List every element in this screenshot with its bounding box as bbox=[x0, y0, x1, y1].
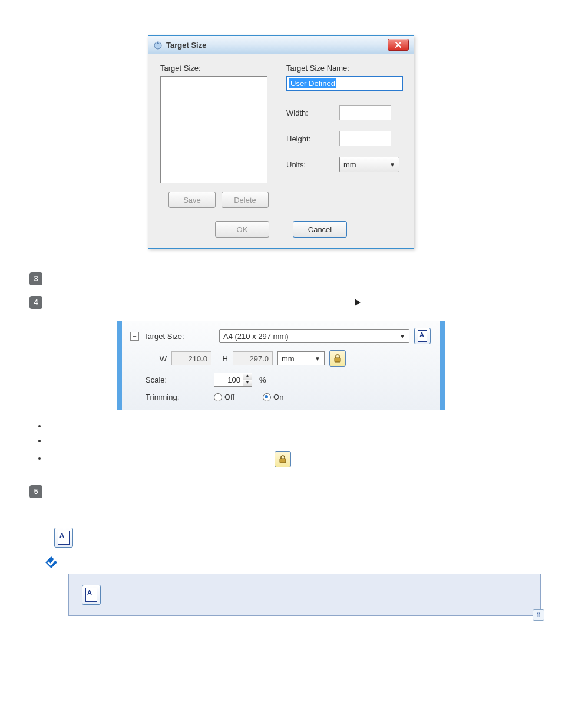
close-button[interactable] bbox=[388, 39, 409, 51]
scale-unit: % bbox=[259, 375, 266, 384]
units-label: Units: bbox=[286, 160, 333, 169]
width-readonly: 210.0 bbox=[171, 351, 211, 365]
svg-rect-1 bbox=[335, 358, 340, 362]
target-size-combo-value: A4 (210 x 297 mm) bbox=[223, 332, 289, 341]
step-badge-5: 5 bbox=[29, 485, 42, 498]
scale-spinner[interactable]: 100 ▲ ▼ bbox=[214, 373, 252, 387]
target-size-list-label: Target Size: bbox=[160, 64, 269, 73]
back-to-top-button[interactable]: ⇧ bbox=[533, 609, 544, 621]
height-readonly: 297.0 bbox=[233, 351, 273, 365]
list-item bbox=[47, 421, 533, 430]
orientation-icon-note bbox=[82, 585, 101, 605]
panel-units-value: mm bbox=[282, 354, 295, 363]
panel-units-combo[interactable]: mm ▼ bbox=[277, 351, 325, 365]
dialog-titlebar: Target Size bbox=[148, 36, 414, 54]
units-value: mm bbox=[343, 160, 356, 169]
play-triangle-icon bbox=[355, 299, 361, 306]
close-icon bbox=[395, 42, 402, 48]
target-size-dialog: Target Size Target Size: Save Delete bbox=[148, 35, 414, 249]
dialog-title: Target Size bbox=[166, 41, 206, 50]
chevron-down-icon: ▼ bbox=[389, 162, 395, 168]
width-input[interactable] bbox=[339, 105, 391, 120]
orientation-icon bbox=[418, 330, 427, 342]
trimming-off-label: Off bbox=[224, 393, 234, 401]
radio-on-icon bbox=[263, 393, 271, 401]
spinner-up-icon[interactable]: ▲ bbox=[243, 373, 252, 380]
spinner-down-icon[interactable]: ▼ bbox=[243, 380, 252, 386]
name-input-value: User Defined bbox=[289, 78, 336, 88]
check-badge-icon bbox=[45, 556, 58, 569]
cancel-button[interactable]: Cancel bbox=[293, 221, 347, 238]
target-size-name-label: Target Size Name: bbox=[286, 64, 403, 73]
target-size-panel: − Target Size: A4 (210 x 297 mm) ▼ W 210… bbox=[117, 321, 445, 410]
height-input[interactable] bbox=[339, 131, 391, 146]
note-box bbox=[68, 574, 541, 616]
target-size-name-input[interactable]: User Defined bbox=[286, 76, 403, 91]
orientation-button[interactable] bbox=[414, 328, 431, 344]
bullet-list bbox=[47, 421, 533, 467]
list-item bbox=[47, 451, 533, 467]
lock-aspect-button[interactable] bbox=[329, 350, 346, 367]
target-size-listbox[interactable] bbox=[160, 76, 267, 183]
units-combo[interactable]: mm ▼ bbox=[339, 157, 399, 172]
radio-off-icon bbox=[214, 393, 222, 401]
step-badge-3: 3 bbox=[29, 272, 42, 285]
height-short-label: H bbox=[216, 354, 228, 363]
trimming-label: Trimming: bbox=[146, 393, 209, 401]
width-short-label: W bbox=[155, 354, 167, 363]
lock-icon-inline bbox=[275, 451, 291, 467]
app-icon bbox=[153, 40, 163, 50]
target-size-combo[interactable]: A4 (210 x 297 mm) ▼ bbox=[219, 329, 409, 343]
step-badge-4: 4 bbox=[29, 296, 42, 309]
panel-target-size-label: Target Size: bbox=[144, 332, 214, 341]
width-label: Width: bbox=[286, 108, 333, 117]
height-label: Height: bbox=[286, 134, 333, 143]
chevron-down-icon: ▼ bbox=[315, 355, 320, 362]
delete-button[interactable]: Delete bbox=[222, 192, 269, 208]
scale-value: 100 bbox=[214, 373, 243, 387]
ok-button[interactable]: OK bbox=[215, 221, 269, 238]
lock-icon bbox=[333, 354, 342, 363]
trimming-off-radio[interactable]: Off bbox=[214, 393, 234, 401]
collapse-toggle[interactable]: − bbox=[130, 332, 139, 341]
svg-rect-2 bbox=[280, 459, 286, 463]
scale-label: Scale: bbox=[146, 375, 209, 384]
up-arrow-icon: ⇧ bbox=[535, 611, 541, 619]
trimming-on-label: On bbox=[273, 393, 283, 401]
list-item bbox=[47, 436, 533, 445]
chevron-down-icon: ▼ bbox=[399, 333, 405, 340]
save-button[interactable]: Save bbox=[168, 192, 216, 208]
trimming-on-radio[interactable]: On bbox=[263, 393, 283, 401]
orientation-icon-large bbox=[54, 528, 73, 548]
